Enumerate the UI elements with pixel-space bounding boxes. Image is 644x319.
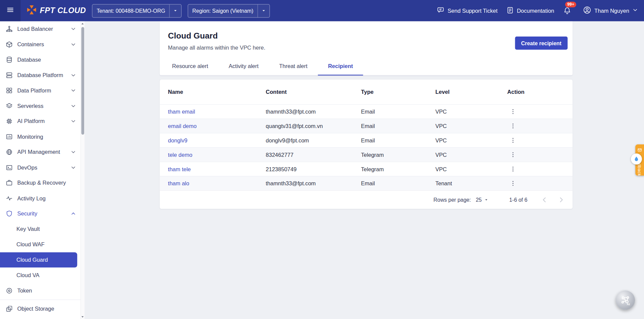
- page-header-card: Cloud Guard Manage all alarms within the…: [160, 21, 573, 76]
- sidebar-scrollbar[interactable]: [80, 21, 85, 319]
- sidebar-item-label: Data Platform: [17, 87, 65, 93]
- recipient-content: thamnth33@fpt.com: [258, 180, 353, 186]
- previous-page-button[interactable]: [540, 196, 548, 204]
- tenant-selector[interactable]: Tenant: 000488-DEMO-ORG: [92, 4, 182, 17]
- avatar-icon: [583, 6, 592, 15]
- sidebar-subitem-cloud-waf[interactable]: Cloud WAF: [0, 237, 80, 252]
- recipient-name-link[interactable]: tele demo: [160, 151, 257, 157]
- sidebar-item-backup-recovery[interactable]: Backup & Recovery: [0, 175, 80, 191]
- documentation-label: Documentation: [517, 8, 554, 14]
- recipient-name-link[interactable]: email demo: [160, 123, 257, 129]
- recipient-level: VPC: [427, 137, 499, 143]
- sidebar-item-serverless[interactable]: Serverless: [0, 98, 80, 114]
- user-menu[interactable]: Tham Nguyen: [583, 6, 638, 15]
- sidebar-scrollbar-thumb[interactable]: [81, 27, 84, 135]
- sidebar-item-monitoring[interactable]: Monitoring: [0, 129, 80, 144]
- sidebar: Load Balancer Containers Database Databa…: [0, 21, 85, 319]
- kebab-menu-icon: [510, 166, 517, 173]
- app-window: FPT CLOUD Tenant: 000488-DEMO-ORG Region…: [0, 0, 644, 319]
- user-name: Tham Nguyen: [594, 8, 629, 14]
- column-header-type: Type: [353, 89, 427, 95]
- column-header-level: Level: [427, 89, 499, 95]
- bell-icon: [563, 9, 571, 16]
- send-support-ticket-button[interactable]: Send Support Ticket: [437, 6, 498, 15]
- sidebar-item-devops[interactable]: DevOps: [0, 160, 80, 175]
- notification-badge: 99+: [565, 2, 576, 7]
- rows-per-page-label: Rows per page:: [433, 197, 471, 203]
- sidebar-item-load-balancer[interactable]: Load Balancer: [0, 21, 80, 37]
- hamburger-menu-icon: [6, 6, 14, 15]
- page-title: Cloud Guard: [168, 31, 565, 41]
- recipient-level: VPC: [427, 166, 499, 172]
- table-row: tham email thamnth33@fpt.com Email VPC: [160, 104, 573, 119]
- sidebar-subitem-cloud-guard[interactable]: Cloud Guard: [0, 252, 77, 267]
- chevron-left-icon: [540, 196, 548, 204]
- region-selector[interactable]: Region: Saigon (Vietnam): [188, 4, 270, 17]
- row-actions-button[interactable]: [507, 164, 519, 175]
- sidebar-item-ai-platform[interactable]: AI Platform: [0, 114, 80, 129]
- sidebar-item-data-platform[interactable]: Data Platform: [0, 83, 80, 98]
- recipient-name-link[interactable]: tham tele: [160, 166, 257, 172]
- monitoring-icon: [6, 133, 13, 140]
- containers-icon: [6, 41, 13, 48]
- scrollbar-up-arrow-icon[interactable]: [80, 22, 85, 25]
- sidebar-item-security[interactable]: Security: [0, 206, 80, 221]
- rows-per-page-select[interactable]: 25: [476, 197, 489, 203]
- row-actions-button[interactable]: [507, 106, 519, 117]
- object-storage-icon: [6, 305, 13, 312]
- documentation-button[interactable]: Documentation: [506, 6, 554, 15]
- recipient-type: Email: [353, 123, 427, 129]
- feedback-bubble-button[interactable]: [631, 153, 642, 165]
- sidebar-item-label: Containers: [17, 41, 65, 47]
- column-header-action: Action: [499, 89, 573, 95]
- recipient-name-link[interactable]: tham alo: [160, 180, 257, 186]
- table-body: tham email thamnth33@fpt.com Email VPC e…: [160, 104, 573, 190]
- row-actions-button[interactable]: [507, 149, 519, 160]
- row-actions-button[interactable]: [507, 178, 519, 189]
- chevron-down-icon: [70, 72, 76, 78]
- next-page-button[interactable]: [557, 196, 565, 204]
- recipient-type: Email: [353, 137, 427, 143]
- sidebar-item-label: Security: [17, 210, 65, 216]
- recipient-level: VPC: [427, 109, 499, 115]
- row-actions-button[interactable]: [507, 135, 519, 146]
- main-content: Cloud Guard Manage all alarms within the…: [85, 21, 644, 319]
- sidebar-subitem-cloud-va[interactable]: Cloud VA: [0, 267, 80, 283]
- recipient-content: 832462777: [258, 151, 353, 157]
- tab-recipient[interactable]: Recipient: [318, 58, 363, 76]
- tab-activity-alert[interactable]: Activity alert: [218, 58, 269, 75]
- ai-assistant-icon: AI: [620, 295, 631, 306]
- sidebar-subitem-key-vault[interactable]: Key Vault: [0, 221, 80, 237]
- sidebar-item-database-platform[interactable]: Database Platform: [0, 67, 80, 83]
- sidebar-item-object-storage[interactable]: Object Storage: [0, 301, 80, 317]
- sidebar-item-api-management[interactable]: API Management: [0, 144, 80, 160]
- sidebar-item-token[interactable]: Token: [0, 283, 80, 298]
- sidebar-item-activity-log[interactable]: Activity Log: [0, 191, 80, 206]
- recipient-content: quangtv31@fpt.com.vn: [258, 123, 353, 129]
- sidebar-subitem-label: Cloud VA: [16, 272, 40, 278]
- ai-assistant-button[interactable]: AI: [616, 291, 635, 310]
- row-actions-button[interactable]: [507, 121, 519, 131]
- sidebar-item-containers[interactable]: Containers: [0, 37, 80, 52]
- tab-threat-alert[interactable]: Threat alert: [269, 58, 318, 75]
- sidebar-item-database[interactable]: Database: [0, 52, 80, 68]
- shield-icon: [6, 210, 13, 217]
- recipient-type: Email: [353, 180, 427, 186]
- recipient-name-link[interactable]: donglv9: [160, 137, 257, 143]
- recipient-name-link[interactable]: tham email: [160, 109, 257, 115]
- recipient-type: Telegram: [353, 151, 427, 157]
- load-balancer-icon: [6, 25, 13, 33]
- create-recipient-button[interactable]: Create recipient: [515, 37, 568, 50]
- fpt-cloud-logo[interactable]: FPT CLOUD: [26, 4, 86, 17]
- tab-resource-alert[interactable]: Resource alert: [162, 58, 218, 75]
- mail-icon: [637, 146, 642, 154]
- hamburger-menu-button[interactable]: [0, 0, 20, 21]
- chevron-down-icon: [70, 103, 76, 109]
- data-platform-icon: [6, 87, 13, 94]
- table-row: email demo quangtv31@fpt.com.vn Email VP…: [160, 119, 573, 133]
- sidebar-item-label: API Management: [17, 149, 65, 155]
- recipient-content: 2123850749: [258, 166, 353, 172]
- scrollbar-down-arrow-icon[interactable]: [80, 315, 85, 318]
- logo-text: FPT CLOUD: [40, 6, 86, 15]
- notifications-button[interactable]: 99+: [563, 7, 571, 16]
